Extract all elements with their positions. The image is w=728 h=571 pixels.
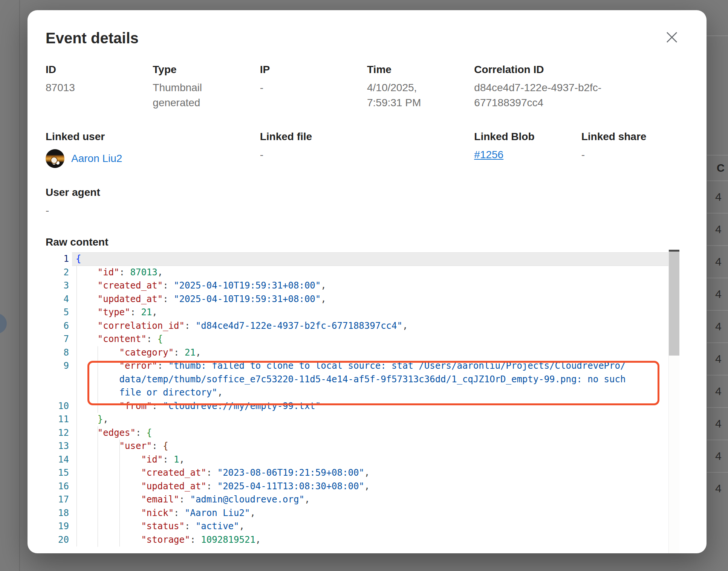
editor-scrollbar[interactable]: [668, 250, 679, 553]
field-label: Linked share: [581, 130, 688, 144]
code-line: 10 "from": "cloudreve://my/empty-99.txt": [46, 400, 682, 413]
linked-blob-link[interactable]: #1256: [474, 149, 503, 160]
background-table-cell: 4: [707, 376, 728, 407]
line-number: 9: [46, 359, 69, 373]
field-value: -: [260, 80, 367, 95]
field-type: Type Thumbnail generated: [153, 63, 260, 110]
line-number: 3: [46, 279, 69, 293]
field-value: -: [581, 147, 688, 162]
field-value: -: [260, 147, 474, 162]
code-line: 3 "created_at": "2025-04-10T19:59:31+08:…: [46, 279, 682, 293]
line-number: 4: [46, 293, 69, 306]
field-label: Type: [153, 63, 260, 76]
code-line: data/temp/thumb/soffice_e7c53220-11d5-4e…: [46, 373, 682, 386]
background-table-cell: 4: [707, 343, 728, 375]
field-linked-share: Linked share -: [581, 130, 688, 169]
line-number: 12: [46, 426, 69, 440]
field-label: User agent: [46, 186, 100, 199]
code-line: 6 "correlation_id": "d84ce4d7-122e-4937-…: [46, 319, 682, 333]
field-id: ID 87013: [46, 63, 153, 110]
line-number: 5: [46, 306, 69, 319]
field-correlation-id: Correlation ID d84ce4d7-122e-4937-b2fc-6…: [474, 63, 688, 110]
code-line: 9 "error": "thumb: failed to clone to lo…: [46, 359, 682, 373]
code-line: file or directory",: [46, 386, 682, 400]
background-table-cell: 4: [707, 440, 728, 472]
code-line: 13 "user": {: [46, 440, 682, 453]
code-line: 5 "type": 21,: [46, 306, 682, 319]
line-number: 19: [46, 520, 69, 533]
background-table-cell: 4: [707, 278, 728, 310]
line-number: 11: [46, 413, 69, 426]
code-line: 18 "nick": "Aaron Liu2",: [46, 507, 682, 520]
line-number: 17: [46, 493, 69, 507]
field-time: Time 4/10/2025, 7:59:31 PM: [367, 63, 474, 110]
field-linked-blob: Linked Blob #1256: [474, 130, 581, 169]
line-number: [46, 386, 69, 400]
background-table-cell: 4: [707, 311, 728, 342]
field-linked-user: Linked user Aaron Liu2: [46, 130, 260, 169]
field-value: 4/10/2025, 7:59:31 PM: [367, 80, 446, 110]
field-label: IP: [260, 63, 367, 76]
field-label: Linked user: [46, 130, 260, 144]
code-line: 8 "category": 21,: [46, 346, 682, 360]
code-line: 12 "edges": {: [46, 426, 682, 440]
field-linked-file: Linked file -: [260, 130, 474, 169]
field-value: d84ce4d7-122e-4937-b2fc-677188397cc4: [474, 80, 651, 110]
line-number: 14: [46, 453, 69, 467]
background-table-cell: 4: [707, 181, 728, 213]
line-number: 10: [46, 400, 69, 413]
close-icon: [663, 31, 681, 44]
code-line: 1{: [46, 252, 682, 266]
meta-fields: ID 87013 Type Thumbnail generated IP - T…: [46, 63, 688, 110]
code-line: 4 "updated_at": "2025-04-10T19:59:31+08:…: [46, 293, 682, 306]
line-number: 13: [46, 440, 69, 453]
raw-content-editor[interactable]: 1{2 "id": 87013,3 "created_at": "2025-04…: [46, 252, 682, 553]
close-button[interactable]: [663, 28, 681, 46]
field-label: Correlation ID: [474, 63, 688, 76]
raw-content-label: Raw content: [46, 235, 108, 249]
avatar[interactable]: [46, 149, 64, 168]
code-line: 20 "storage": 1092819521,: [46, 533, 682, 547]
field-label: Linked Blob: [474, 130, 581, 144]
background-panel-divider: [19, 0, 20, 571]
line-number: 7: [46, 333, 69, 346]
linked-user-link[interactable]: Aaron Liu2: [71, 153, 122, 165]
background-table: C 4444444444: [707, 155, 728, 504]
code-lines: 1{2 "id": 87013,3 "created_at": "2025-04…: [46, 252, 682, 547]
field-user-agent: User agent -: [46, 186, 100, 218]
line-number: 6: [46, 319, 69, 333]
code-line: 15 "created_at": "2023-08-06T19:21:59+08…: [46, 466, 682, 480]
line-number: 8: [46, 346, 69, 360]
field-ip: IP -: [260, 63, 367, 110]
line-number: [46, 373, 69, 386]
code-line: 14 "id": 1,: [46, 453, 682, 467]
line-number: 20: [46, 533, 69, 547]
field-value: Thumbnail generated: [153, 80, 232, 110]
line-number: 1: [46, 252, 69, 266]
background-floating-button: [0, 313, 7, 334]
code-line: 2 "id": 87013,: [46, 266, 682, 279]
background-table-cell: 4: [707, 246, 728, 278]
field-label: ID: [46, 63, 153, 76]
background-table-cell: 4: [707, 214, 728, 245]
code-line: 17 "email": "admin@cloudreve.org",: [46, 493, 682, 507]
page-title: Event details: [46, 30, 139, 47]
background-toolbar-divider: [705, 35, 728, 36]
screen: C 4444444444 Event details ID 87013 Type…: [0, 0, 728, 571]
scrollbar-thumb[interactable]: [669, 252, 679, 356]
line-number: 15: [46, 466, 69, 480]
background-table-cell: 4: [707, 473, 728, 504]
background-table-header: C: [707, 156, 728, 180]
field-value: 87013: [46, 80, 153, 95]
field-label: Time: [367, 63, 474, 76]
code-line: 16 "updated_at": "2025-04-11T13:08:30+08…: [46, 480, 682, 493]
line-number: 18: [46, 507, 69, 520]
code-line: 19 "status": "active",: [46, 520, 682, 533]
code-line: 11 },: [46, 413, 682, 426]
linked-entities: Linked user Aaron Liu2 Linked file - Lin…: [46, 130, 688, 169]
code-line: 7 "content": {: [46, 333, 682, 346]
event-details-modal: Event details ID 87013 Type Thumbnail ge…: [28, 10, 707, 553]
line-number: 2: [46, 266, 69, 279]
field-value: -: [46, 203, 100, 218]
line-number: 16: [46, 480, 69, 493]
